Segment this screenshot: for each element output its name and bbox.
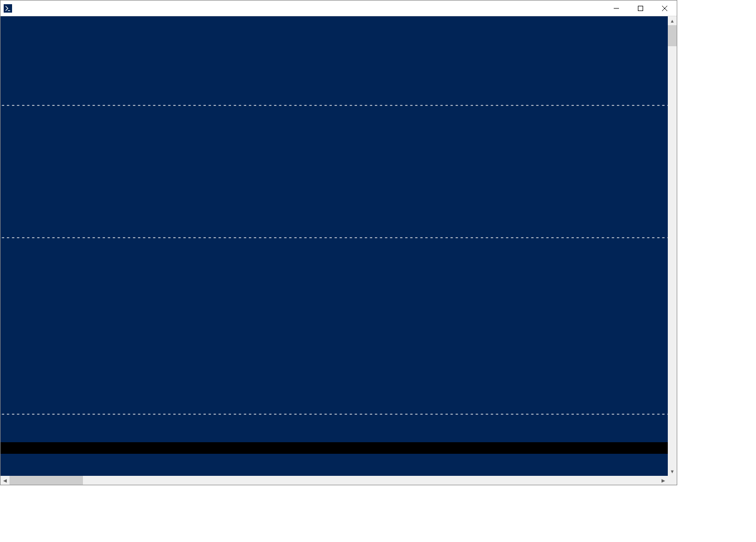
- help-panel: ----------------------------------------…: [1, 78, 668, 442]
- divider: ----------------------------------------…: [1, 100, 668, 111]
- scroll-up-arrow-icon[interactable]: ▲: [668, 16, 677, 25]
- horizontal-scrollbar[interactable]: ◀ ▶: [1, 476, 677, 485]
- powershell-icon: [4, 4, 12, 13]
- vscroll-track[interactable]: [668, 25, 677, 467]
- divider: ----------------------------------------…: [1, 409, 668, 420]
- scrollbar-corner: [668, 476, 677, 485]
- titlebar: [1, 1, 677, 16]
- scroll-right-arrow-icon[interactable]: ▶: [659, 476, 668, 485]
- minimize-button[interactable]: [604, 1, 628, 16]
- close-icon: [662, 6, 667, 11]
- blank-line: [1, 376, 668, 387]
- star-row: [1, 200, 668, 211]
- hscroll-track[interactable]: [9, 476, 659, 485]
- close-button[interactable]: [653, 1, 677, 16]
- terminal[interactable]: ----------------------------------------…: [1, 16, 668, 476]
- vscroll-thumb[interactable]: [668, 25, 677, 46]
- status-bar: [1, 442, 668, 454]
- window-controls: [604, 1, 677, 16]
- divider: ----------------------------------------…: [1, 233, 668, 244]
- hscroll-thumb[interactable]: [9, 476, 83, 485]
- scroll-left-arrow-icon[interactable]: ◀: [1, 476, 9, 485]
- scroll-down-arrow-icon[interactable]: ▼: [668, 467, 677, 476]
- maximize-button[interactable]: [628, 1, 653, 16]
- help-title-row: [1, 133, 668, 144]
- star-row: [1, 166, 668, 178]
- maximize-icon: [638, 6, 643, 11]
- minimize-icon: [614, 6, 619, 11]
- svg-rect-1: [638, 6, 643, 11]
- vertical-scrollbar[interactable]: ▲ ▼: [668, 16, 677, 476]
